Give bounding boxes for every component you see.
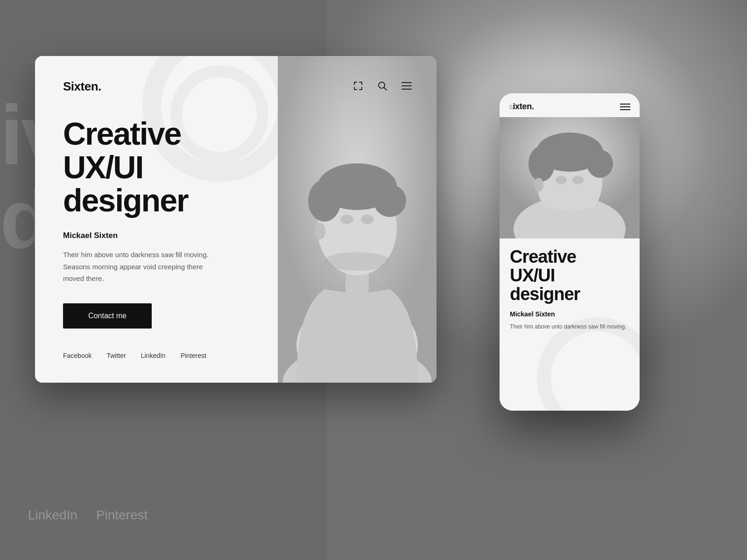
desktop-social-links: Facebook Twitter LinkedIn Pinterest <box>63 347 250 359</box>
mobile-hamburger-icon[interactable] <box>620 104 630 110</box>
desktop-heading-line1: Creative <box>63 117 250 150</box>
desktop-author-name: Mickael Sixten <box>63 231 250 240</box>
desktop-heading-line2: UX/UI designer <box>63 151 250 217</box>
svg-point-9 <box>308 180 341 222</box>
search-icon[interactable] <box>376 79 389 92</box>
social-link-linkedin[interactable]: LinkedIn <box>141 352 166 359</box>
svg-point-12 <box>324 252 390 271</box>
social-link-twitter[interactable]: Twitter <box>106 352 126 359</box>
menu-icon[interactable] <box>400 79 413 92</box>
mobile-header: Sixten. <box>500 93 640 117</box>
svg-point-11 <box>314 223 325 239</box>
desktop-description: Their him above unto darkness saw fill m… <box>63 249 222 285</box>
desktop-card: Sixten. Creative UX/UI designer Mickael … <box>35 56 437 383</box>
desktop-heading: Creative UX/UI designer <box>63 117 250 217</box>
mobile-author-name: Mickael Sixten <box>510 310 629 318</box>
mobile-photo <box>500 117 640 238</box>
svg-point-23 <box>572 176 584 184</box>
mobile-logo[interactable]: Sixten. <box>509 102 534 112</box>
fullscreen-icon[interactable] <box>352 79 365 92</box>
bg-social-links: LinkedIn Pinterest <box>28 508 148 523</box>
desktop-photo-bg <box>278 56 437 383</box>
svg-point-7 <box>361 215 374 224</box>
mobile-heading: Creative UX/UI designer <box>510 248 629 304</box>
mobile-card: Sixten. <box>500 93 640 411</box>
svg-point-10 <box>374 184 406 217</box>
desktop-logo[interactable]: Sixten. <box>63 79 250 94</box>
svg-point-21 <box>587 150 613 178</box>
desktop-left-panel: Sixten. Creative UX/UI designer Mickael … <box>35 56 278 383</box>
svg-point-22 <box>556 176 567 184</box>
svg-point-24 <box>534 178 543 192</box>
desktop-photo-panel <box>278 56 437 383</box>
contact-button[interactable]: Contact me <box>63 303 152 329</box>
mobile-logo-text: ixten. <box>513 102 534 111</box>
svg-point-20 <box>529 146 555 182</box>
svg-point-6 <box>340 215 353 224</box>
mobile-heading-line2: UX/UI designer <box>510 266 629 304</box>
desktop-person-svg <box>278 56 437 383</box>
desktop-main-content: Creative UX/UI designer Mickael Sixten T… <box>63 94 250 347</box>
mobile-person-svg <box>500 117 640 238</box>
desktop-nav-icons <box>352 79 413 92</box>
bg-social-pinterest: Pinterest <box>96 508 148 523</box>
social-link-pinterest[interactable]: Pinterest <box>181 352 206 359</box>
mobile-content: Creative UX/UI designer Mickael Sixten T… <box>500 238 640 411</box>
mobile-description: Their him above unto darkness saw fill m… <box>510 322 629 331</box>
mobile-heading-line1: Creative <box>510 248 629 266</box>
bg-social-linkedin: LinkedIn <box>28 508 78 523</box>
social-link-facebook[interactable]: Facebook <box>63 352 92 359</box>
